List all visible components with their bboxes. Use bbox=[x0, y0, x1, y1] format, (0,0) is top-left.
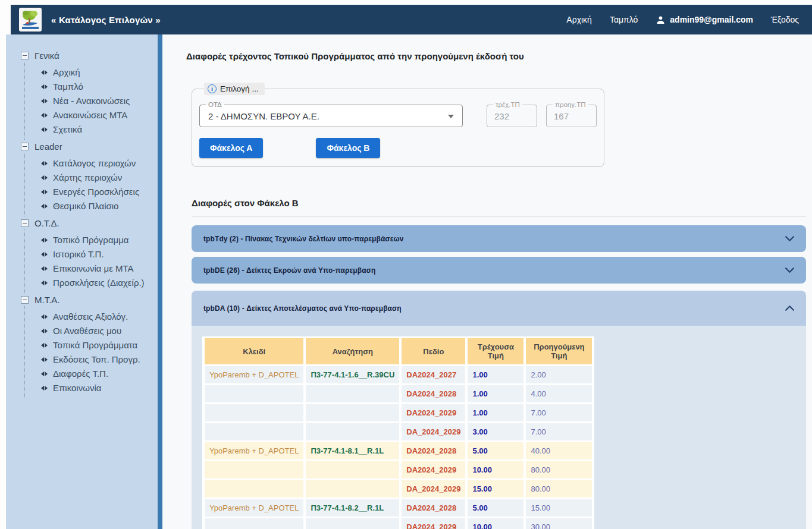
cell-search bbox=[306, 461, 399, 478]
cell-key: YpoParemb + D_APOTEL bbox=[205, 366, 303, 383]
accordion-label: tpbDE (26) - Δείκτες Εκροών ανά Υπο-παρε… bbox=[203, 266, 375, 275]
cell-current: 1.00 bbox=[468, 404, 523, 421]
cell-field: DA2024_2029 bbox=[402, 404, 465, 421]
sidebar-item-label: Επικοινωνία bbox=[53, 383, 101, 393]
sidebar-item-label: Ταμπλό bbox=[53, 81, 83, 92]
cell-previous: 80.00 bbox=[526, 461, 592, 478]
tree-node-icon bbox=[41, 266, 48, 271]
app-logo[interactable] bbox=[19, 8, 42, 32]
cell-key bbox=[205, 480, 303, 497]
current-tp-field: τρέχ.ΤΠ 232 bbox=[487, 105, 537, 127]
sidebar-item[interactable]: Αρχική bbox=[41, 67, 152, 77]
top-navbar: « Κατάλογος Επιλογών » Αρχική Ταμπλό adm… bbox=[11, 5, 812, 34]
folder-b-button[interactable]: Φάκελος Β bbox=[316, 138, 380, 158]
sidebar-item[interactable]: Οι Αναθέσεις μου bbox=[41, 326, 152, 336]
sidebar-item-label: Επικοινωνία με ΜΤΑ bbox=[53, 263, 134, 273]
cell-field: DA2024_2028 bbox=[402, 442, 465, 459]
cell-field: DA2024_2028 bbox=[402, 499, 465, 517]
sidebar-group-1: LeaderΚατάλογος περιοχώνΧάρτης περιοχώνΕ… bbox=[21, 140, 152, 216]
nav-home-link[interactable]: Αρχική bbox=[566, 15, 592, 24]
collapse-minus-icon[interactable] bbox=[21, 296, 29, 304]
sidebar-item[interactable]: Νέα - Ανακοινώσεις bbox=[41, 96, 152, 106]
sidebar-item[interactable]: Αναθέσεις Αξιολόγ. bbox=[41, 311, 152, 322]
sidebar-item[interactable]: Προσκλήσεις (Διαχείρ.) bbox=[41, 278, 152, 288]
tree-node-icon bbox=[41, 314, 48, 319]
accordion-tpbDE[interactable]: tpbDE (26) - Δείκτες Εκροών ανά Υπο-παρε… bbox=[192, 257, 806, 284]
tree-node-icon bbox=[41, 70, 48, 75]
tree-node-icon bbox=[41, 281, 48, 285]
sidebar-item-label: Νέα - Ανακοινώσεις bbox=[53, 96, 130, 106]
differences-table: ΚλειδίΑναζήτησηΠεδίοΤρέχουσα ΤιμήΠροηγού… bbox=[202, 336, 594, 529]
cell-field: DA2024_2027 bbox=[402, 366, 465, 383]
folder-a-button[interactable]: Φάκελος Α bbox=[199, 138, 263, 158]
sidebar: ΓενικάΑρχικήΤαμπλόΝέα - ΑνακοινώσειςΑνακ… bbox=[6, 34, 158, 529]
sidebar-group-header[interactable]: Μ.Τ.Α. bbox=[21, 293, 152, 306]
sidebar-group-header[interactable]: Ο.Τ.Δ. bbox=[21, 216, 152, 229]
sidebar-item[interactable]: Επικοινωνία bbox=[41, 383, 152, 393]
previous-tp-field: προηγ.ΤΠ 167 bbox=[546, 105, 597, 127]
sidebar-item-label: Θεσμικό Πλαίσιο bbox=[53, 201, 118, 211]
cell-current: 15.00 bbox=[468, 480, 523, 497]
sidebar-item[interactable]: Διαφορές Τ.Π. bbox=[41, 369, 152, 379]
column-header: Κλειδί bbox=[205, 338, 303, 364]
tree-node-icon bbox=[41, 252, 48, 257]
collapse-minus-icon[interactable] bbox=[21, 52, 29, 59]
sidebar-item[interactable]: Τοπικά Προγράμματα bbox=[41, 340, 152, 350]
nav-logout-link[interactable]: Έξοδος bbox=[771, 15, 799, 24]
sidebar-group-label: Leader bbox=[35, 141, 62, 152]
info-icon[interactable]: i bbox=[208, 84, 217, 93]
sidebar-item[interactable]: Ανακοινώσεις ΜΤΑ bbox=[41, 110, 152, 120]
sidebar-group-header[interactable]: Leader bbox=[21, 140, 152, 153]
cell-previous: 2.00 bbox=[526, 366, 592, 383]
nav-user[interactable]: admin99@gmail.com bbox=[656, 15, 753, 25]
sidebar-group-items: Αναθέσεις Αξιολόγ.Οι Αναθέσεις μουΤοπικά… bbox=[24, 306, 152, 398]
accordion-tpbTdy[interactable]: tpbTdy (2) - Πίνακας Τεχνικών δελτίων υπ… bbox=[192, 225, 806, 252]
sidebar-item[interactable]: Κατάλογος περιοχών bbox=[41, 158, 152, 168]
tree-node-icon bbox=[41, 386, 48, 391]
sidebar-item[interactable]: Θεσμικό Πλαίσιο bbox=[41, 201, 152, 211]
sidebar-item[interactable]: Τοπικό Πρόγραμμα bbox=[41, 235, 152, 245]
cell-key bbox=[205, 461, 303, 478]
table-row: DA2024_20281.004.00 bbox=[205, 385, 592, 402]
collapse-minus-icon[interactable] bbox=[21, 143, 29, 150]
tree-node-icon bbox=[41, 329, 48, 333]
sidebar-item-label: Εκδόσεις Τοπ. Προγρ. bbox=[53, 354, 140, 364]
cell-key bbox=[205, 385, 303, 402]
sidebar-item-label: Σχετικά bbox=[53, 124, 82, 134]
cell-search: Π3-77-4.1-8.1__R.1L bbox=[306, 442, 399, 459]
navbar-title: « Κατάλογος Επιλογών » bbox=[51, 15, 161, 25]
accordion-tpbDA[interactable]: tpbDA (10) - Δείκτες Αποτελέσματος ανά Υ… bbox=[192, 291, 806, 326]
sidebar-item[interactable]: Ιστορικό Τ.Π. bbox=[41, 249, 152, 259]
tree-node-icon bbox=[41, 204, 48, 209]
cell-previous: 4.00 bbox=[526, 385, 592, 402]
tree-node-icon bbox=[41, 357, 48, 362]
sidebar-item[interactable]: Εκδόσεις Τοπ. Προγρ. bbox=[41, 354, 152, 364]
current-tp-label: τρέχ.ΤΠ bbox=[493, 100, 522, 109]
table-row: DA2024_202910.0030.00 bbox=[205, 518, 592, 529]
column-header: Τρέχουσα Τιμή bbox=[468, 338, 523, 364]
nav-dashboard-link[interactable]: Ταμπλό bbox=[610, 15, 638, 24]
user-email: admin99@gmail.com bbox=[670, 15, 753, 24]
sidebar-item[interactable]: Ενεργές Προσκλήσεις bbox=[41, 187, 152, 197]
tree-node-icon bbox=[41, 127, 48, 132]
tree-node-icon bbox=[41, 175, 48, 180]
chevron-down-icon bbox=[785, 236, 794, 241]
sidebar-item[interactable]: Χάρτης περιοχών bbox=[41, 172, 152, 182]
sidebar-item-label: Αρχική bbox=[53, 67, 80, 77]
sidebar-item[interactable]: Σχετικά bbox=[41, 124, 152, 134]
cell-previous: 40.00 bbox=[526, 442, 592, 459]
sidebar-group-0: ΓενικάΑρχικήΤαμπλόΝέα - ΑνακοινώσειςΑνακ… bbox=[21, 49, 152, 140]
sidebar-item-label: Χάρτης περιοχών bbox=[53, 172, 122, 182]
sidebar-item-label: Ιστορικό Τ.Π. bbox=[53, 249, 104, 259]
cell-key: YpoParemb + D_APOTEL bbox=[205, 499, 303, 517]
page: « Κατάλογος Επιλογών » Αρχική Ταμπλό adm… bbox=[0, 0, 812, 529]
collapse-minus-icon[interactable] bbox=[21, 219, 29, 227]
section-title: Διαφορές στον Φάκελο Β bbox=[192, 198, 806, 217]
chevron-up-icon bbox=[785, 306, 794, 311]
sidebar-item[interactable]: Ταμπλό bbox=[41, 81, 152, 92]
otd-select[interactable]: ΟΤΔ 2 - ΔΗΜΟΣΥΝ. ΕΒΡΟΥ Α.Ε. bbox=[199, 105, 463, 127]
sidebar-group-header[interactable]: Γενικά bbox=[21, 49, 152, 62]
cell-search: Π3-77-4.1-1.6__R.39CU bbox=[306, 366, 399, 383]
sidebar-item[interactable]: Επικοινωνία με ΜΤΑ bbox=[41, 263, 152, 273]
table-row: DA2024_202910.0080.00 bbox=[205, 461, 592, 478]
